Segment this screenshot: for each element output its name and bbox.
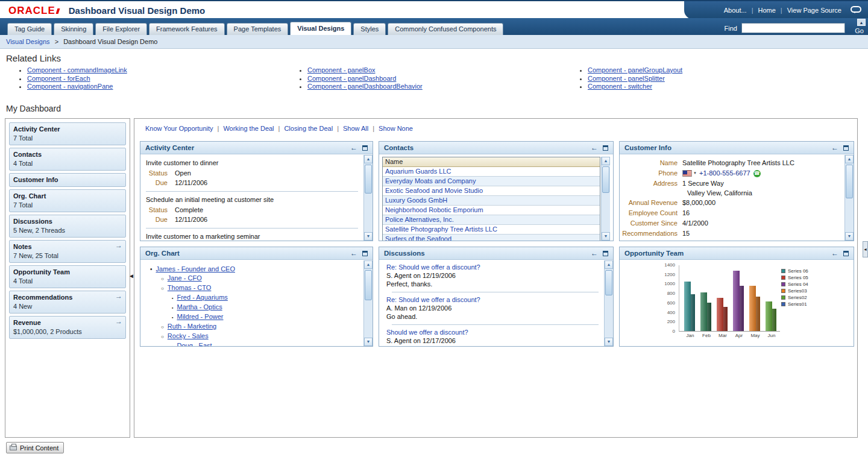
scroll-up-arrow[interactable]: ▲ [602,157,610,165]
find-input[interactable] [741,23,845,33]
tab-styles[interactable]: Styles [353,23,386,35]
table-row[interactable]: Police Alternatives, Inc. [383,215,600,225]
tab-framework-features[interactable]: Framework Features [149,23,224,35]
scroll-up-arrow[interactable]: ▲ [845,155,854,163]
scroll-down-arrow[interactable]: ▼ [602,232,610,241]
detach-icon[interactable]: → [115,242,122,249]
related-link[interactable]: Component - commandImageLink [27,66,127,74]
toolbar-show-none[interactable]: Show None [379,125,413,132]
scroll-down-arrow[interactable]: ▼ [364,232,373,241]
panel-back-icon[interactable]: ← [350,250,357,257]
contact-link[interactable]: Everyday Moats and Company [385,177,476,184]
panel-restore-icon[interactable] [603,251,608,256]
scroll-down-arrow[interactable]: ▼ [605,338,613,346]
table-row[interactable]: Exotic Seafood and Movie Studio [383,186,600,196]
table-row[interactable]: Satellite Photography Tree Artists LLC [383,225,600,235]
related-link[interactable]: Component - switcher [588,83,652,90]
related-link[interactable]: Component - panelSplitter [588,75,665,82]
related-link[interactable]: Component - panelDashboardBehavior [307,83,423,90]
scrollbar[interactable]: ▲ ▼ [604,260,613,346]
discussion-link[interactable]: Re: Should we offer a discount? [386,296,480,303]
contact-link[interactable]: Exotic Seafood and Movie Studio [385,187,483,194]
scrollbar-thumb[interactable] [846,165,853,198]
contact-link[interactable]: Police Alternatives, Inc. [385,216,454,223]
org-link[interactable]: Martha - Optics [177,303,222,311]
panel-back-icon[interactable]: ← [591,250,598,257]
column-header-name[interactable]: Name [383,157,600,167]
panel-back-icon[interactable]: ← [350,144,357,151]
sidebar-item-revenue[interactable]: → Revenue $1,000,000, 2 Products [9,316,126,339]
contact-link[interactable]: Surfers of the Seafood [385,235,451,241]
contact-link[interactable]: Aquarium Guards LLC [385,168,451,175]
scrollbar-thumb[interactable] [605,270,612,295]
org-link[interactable]: James - Founder and CEO [156,265,235,273]
sidebar-item-activity-center[interactable]: Activity Center 7 Total [9,122,126,145]
related-link[interactable]: Component - forEach [27,75,90,82]
call-icon[interactable]: ☎ [753,170,761,177]
scroll-up-arrow[interactable]: ▲ [605,260,613,269]
table-row[interactable]: Aquarium Guards LLC [383,167,600,177]
contact-link[interactable]: Luxury Goods GmbH [385,197,447,204]
view-page-source-link[interactable]: View Page Source [787,7,841,14]
home-link[interactable]: Home [758,7,775,14]
breadcrumb-visual-designs[interactable]: Visual Designs [6,38,50,45]
panel-back-icon[interactable]: ← [831,250,838,257]
panel-restore-icon[interactable] [603,145,608,151]
panel-back-icon[interactable]: ← [831,144,838,151]
related-link[interactable]: Component - panelDashboard [307,75,396,82]
right-splitter-collapse-icon[interactable]: ◄ [863,241,868,257]
toolbar-know-your-opportunity[interactable]: Know Your Opportunity [145,125,213,132]
contact-link[interactable]: Neighborhood Robotic Emporium [385,206,483,213]
org-link[interactable]: Fred - Aquariums [177,294,227,301]
table-row[interactable]: Everyday Moats and Company [383,177,600,186]
org-link[interactable]: Ruth - Marketing [168,323,216,330]
org-link[interactable]: Mildred - Power [177,313,223,320]
print-content-button[interactable]: Print Content [6,442,64,453]
scrollbar-thumb[interactable] [602,166,609,193]
us-flag-icon[interactable] [682,170,692,177]
panel-back-icon[interactable]: ← [591,144,598,151]
detach-icon[interactable]: → [115,318,122,325]
related-link[interactable]: Component - panelGroupLayout [588,66,682,74]
tab-page-templates[interactable]: Page Templates [227,23,289,35]
go-button[interactable]: Go [855,27,864,34]
tab-skinning[interactable]: Skinning [54,23,93,35]
table-row[interactable]: Neighborhood Robotic Emporium [383,206,600,215]
detach-icon[interactable]: → [115,292,122,300]
org-link[interactable]: Rocky - Sales [168,332,209,339]
panel-restore-icon[interactable] [843,251,849,256]
sidebar-item-org-chart[interactable]: Org. Chart 7 Total [9,189,126,212]
scroll-down-arrow[interactable]: ▼ [845,232,854,241]
scrollbar[interactable]: ▲ ▼ [363,260,373,346]
feedback-bubble-icon[interactable] [851,6,861,13]
toolbar-closing-the-deal[interactable]: Closing the Deal [284,125,333,132]
scroll-up-arrow[interactable]: ▲ [364,260,373,269]
contact-link[interactable]: Satellite Photography Tree Artists LLC [385,225,497,233]
table-row[interactable]: Luxury Goods GmbH [383,196,600,206]
org-link[interactable]: Thomas - CTO [168,284,212,291]
org-link[interactable]: Doug - East [177,342,212,346]
org-link[interactable]: Jane - CFO [168,274,202,282]
sidebar-item-notes[interactable]: → Notes 7 New, 25 Total [9,240,126,263]
panel-restore-icon[interactable] [362,145,368,151]
related-link[interactable]: Component - panelBox [307,66,376,74]
scrollbar[interactable]: ▲ ▼ [844,155,854,241]
about-link[interactable]: About... [724,7,747,14]
flag-dropdown-icon[interactable]: ▼ [693,168,697,178]
toolbar-show-all[interactable]: Show All [343,125,368,132]
sidebar-item-opportunity-team[interactable]: Opportunity Team 4 Total [9,265,126,288]
scrollbar-thumb[interactable] [365,165,372,194]
tab-file-explorer[interactable]: File Explorer [95,23,147,35]
sidebar-item-customer-info[interactable]: Customer Info [9,173,126,187]
scroll-down-arrow[interactable]: ▼ [364,338,373,346]
tab-tag-guide[interactable]: Tag Guide [7,23,52,35]
discussion-link[interactable]: Re: Should we offer a discount? [386,263,480,271]
toolbar-working-the-deal[interactable]: Working the Deal [223,125,274,132]
sidebar-item-discussions[interactable]: Discussions 5 New, 2 Threads [9,215,126,238]
panel-restore-icon[interactable] [843,145,849,151]
tab-visual-designs[interactable]: Visual Designs [290,22,351,35]
table-row[interactable]: Surfers of the Seafood [383,235,600,241]
scrollbar-thumb[interactable] [365,270,372,300]
scrollbar[interactable]: ▲ ▼ [601,157,610,241]
scroll-up-arrow[interactable]: ▲ [364,155,373,163]
